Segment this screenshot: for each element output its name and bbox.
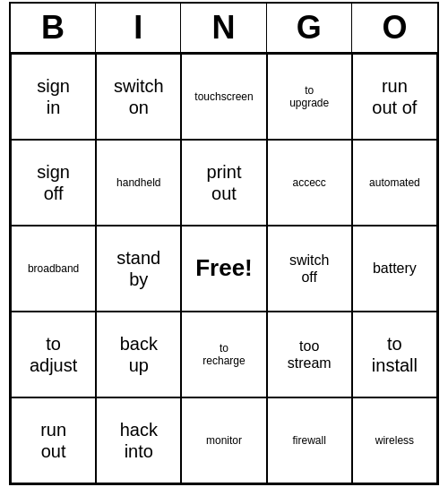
bingo-cell: automated: [352, 140, 437, 226]
bingo-cell: broadband: [11, 226, 96, 312]
cell-text: signin: [37, 75, 70, 118]
cell-text: signoff: [37, 161, 70, 204]
bingo-cell: monitor: [181, 397, 266, 483]
cell-text: torecharge: [202, 342, 245, 368]
bingo-cell: firewall: [267, 397, 352, 483]
bingo-cell: backup: [96, 312, 181, 397]
cell-text: backup: [120, 333, 158, 376]
bingo-cell: switchon: [96, 54, 181, 140]
bingo-grid: signinswitchontouchscreentoupgraderunout…: [11, 54, 437, 483]
bingo-cell: toinstall: [352, 312, 437, 397]
header-letter: G: [267, 4, 352, 52]
bingo-cell: accecc: [267, 140, 352, 226]
bingo-cell: printout: [181, 140, 266, 226]
header-letter: B: [11, 4, 96, 52]
bingo-cell: signoff: [11, 140, 96, 226]
bingo-cell: standby: [96, 226, 181, 312]
cell-text: Free!: [195, 254, 253, 282]
bingo-cell: torecharge: [181, 312, 266, 397]
cell-text: hackinto: [120, 419, 158, 462]
cell-text: monitor: [206, 434, 242, 447]
bingo-cell: runout of: [352, 54, 437, 140]
cell-text: wireless: [375, 434, 414, 447]
cell-text: runout: [40, 419, 66, 462]
cell-text: printout: [207, 161, 242, 204]
header-letter: N: [181, 4, 266, 52]
bingo-cell: battery: [352, 226, 437, 312]
bingo-card: BINGO signinswitchontouchscreentoupgrade…: [9, 2, 439, 485]
bingo-header: BINGO: [11, 4, 437, 54]
bingo-cell: touchscreen: [181, 54, 266, 140]
cell-text: toostream: [288, 337, 332, 372]
cell-text: switchoff: [289, 252, 329, 286]
cell-text: toupgrade: [289, 84, 329, 110]
cell-text: battery: [373, 260, 417, 277]
bingo-cell: toostream: [267, 312, 352, 397]
cell-text: runout of: [372, 75, 417, 118]
cell-text: touchscreen: [194, 90, 253, 103]
bingo-cell: runout: [11, 397, 96, 483]
bingo-cell: switchoff: [267, 226, 352, 312]
bingo-cell: toupgrade: [267, 54, 352, 140]
cell-text: toinstall: [372, 333, 418, 376]
cell-text: toadjust: [30, 333, 77, 376]
bingo-cell: handheld: [96, 140, 181, 226]
bingo-cell: signin: [11, 54, 96, 140]
bingo-cell: toadjust: [11, 312, 96, 397]
cell-text: switchon: [114, 75, 164, 118]
cell-text: broadband: [28, 262, 79, 275]
bingo-cell: wireless: [352, 397, 437, 483]
cell-text: automated: [369, 176, 420, 189]
header-letter: I: [96, 4, 181, 52]
cell-text: accecc: [293, 176, 326, 189]
header-letter: O: [352, 4, 437, 52]
cell-text: standby: [116, 247, 160, 290]
bingo-cell: Free!: [181, 226, 266, 312]
bingo-cell: hackinto: [96, 397, 181, 483]
cell-text: handheld: [116, 176, 160, 189]
cell-text: firewall: [293, 434, 326, 447]
